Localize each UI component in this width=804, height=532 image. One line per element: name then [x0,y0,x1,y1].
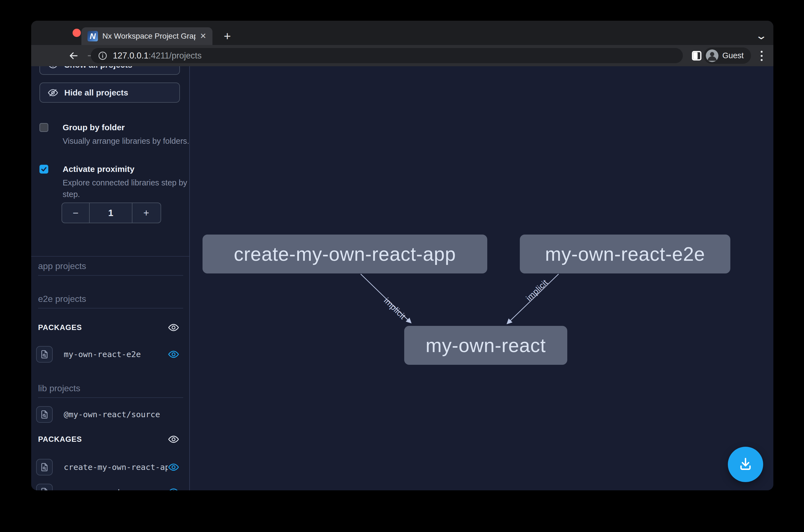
eye-icon [48,66,58,70]
proximity-increment-button[interactable]: + [132,203,160,223]
graph-edges [190,66,773,490]
show-all-projects-button[interactable]: Show all projects [39,66,180,75]
activate-proximity-option: Activate proximity Explore connected lib… [39,164,184,200]
group-by-folder-label: Group by folder [63,122,184,132]
group-by-folder-checkbox[interactable] [39,123,48,132]
packages-label: PACKAGES [38,435,82,444]
check-icon [41,166,47,172]
project-name: my-own-react-e2e [64,349,168,359]
section-title-e2e-projects: e2e projects [38,294,183,308]
toggle-all-visibility-eye-icon[interactable] [168,323,179,332]
packages-label: PACKAGES [38,323,82,332]
section-title-lib-projects: lib projects [38,383,183,398]
graph-node-my-own-react[interactable]: my-own-react [404,326,567,365]
file-search-icon[interactable] [36,346,53,363]
side-panel-icon[interactable] [691,50,702,61]
page-content: Show all projects Hide all projects Grou… [31,66,773,490]
tab-title: Nx Workspace Project Graph [102,32,196,41]
proximity-decrement-button[interactable]: − [62,203,90,223]
new-tab-button[interactable]: + [224,31,231,41]
project-graph-canvas[interactable]: implicit implicit create-my-own-react-ap… [190,66,773,490]
project-row-my-own-react-source[interactable]: @my-own-react/source [36,406,179,423]
browser-toolbar: 127.0.0.1:4211/projects Guest [31,45,773,66]
close-tab-icon[interactable]: ✕ [200,32,206,40]
group-by-folder-option: Group by folder Visually arrange librari… [39,122,184,147]
controls-divider [31,256,190,256]
packages-header-lib: PACKAGES [38,435,179,444]
packages-header-e2e: PACKAGES [38,323,179,332]
show-all-projects-label: Show all projects [64,66,132,70]
site-info-icon[interactable] [98,51,107,60]
profile-chip[interactable]: Guest [704,48,751,64]
back-button[interactable] [68,50,79,61]
close-window-button[interactable] [73,29,81,37]
project-row-my-own-react-e2e[interactable]: my-own-react-e2e [36,345,179,363]
project-row-create-my-own-react-app[interactable]: create-my-own-react-app [36,458,179,476]
nx-logo-icon: N [88,31,98,41]
address-bar[interactable]: 127.0.0.1:4211/projects [91,48,683,63]
toggle-all-visibility-eye-icon[interactable] [168,435,179,444]
file-search-icon[interactable] [36,484,53,490]
project-name: create-my-own-react-app [64,462,168,472]
tab-search-chevron-icon[interactable]: ⌄ [755,30,768,42]
browser-menu-icon[interactable] [760,48,763,63]
project-name: my-own-react [64,487,168,490]
visibility-eye-icon[interactable] [168,488,179,490]
activate-proximity-checkbox[interactable] [39,165,48,174]
hide-all-projects-label: Hide all projects [64,88,128,97]
url-host: 127.0.0.1 [113,51,149,60]
graph-node-create-my-own-react-app[interactable]: create-my-own-react-app [203,234,487,273]
file-search-icon[interactable] [36,406,53,423]
visibility-eye-icon[interactable] [168,463,179,472]
tab-strip: N Nx Workspace Project Graph ✕ + ⌄ [31,21,773,45]
file-search-icon[interactable] [36,459,53,475]
graph-node-my-own-react-e2e[interactable]: my-own-react-e2e [520,234,730,273]
project-name: @my-own-react/source [64,410,179,419]
browser-window: N Nx Workspace Project Graph ✕ + ⌄ 127.0… [31,21,773,490]
download-icon [737,456,754,473]
activate-proximity-label: Activate proximity [63,164,184,174]
group-by-folder-description: Visually arrange libraries by folders. [63,135,190,147]
proximity-depth-stepper: − 1 + [61,203,161,223]
proximity-value[interactable]: 1 [90,203,132,223]
hide-all-projects-button[interactable]: Hide all projects [39,82,180,103]
avatar [706,50,719,62]
download-graph-button[interactable] [728,447,763,482]
eye-off-icon [48,88,58,98]
visibility-eye-icon[interactable] [168,350,179,359]
project-row-my-own-react[interactable]: my-own-react [36,483,179,490]
url-text: 127.0.0.1:4211/projects [113,51,202,61]
section-title-app-projects: app projects [38,261,183,276]
url-path: :4211/projects [149,51,202,60]
active-tab[interactable]: N Nx Workspace Project Graph ✕ [81,27,212,45]
project-sidebar: Show all projects Hide all projects Grou… [31,66,190,490]
profile-name: Guest [722,51,744,60]
activate-proximity-description: Explore connected libraries step by step… [63,177,190,200]
